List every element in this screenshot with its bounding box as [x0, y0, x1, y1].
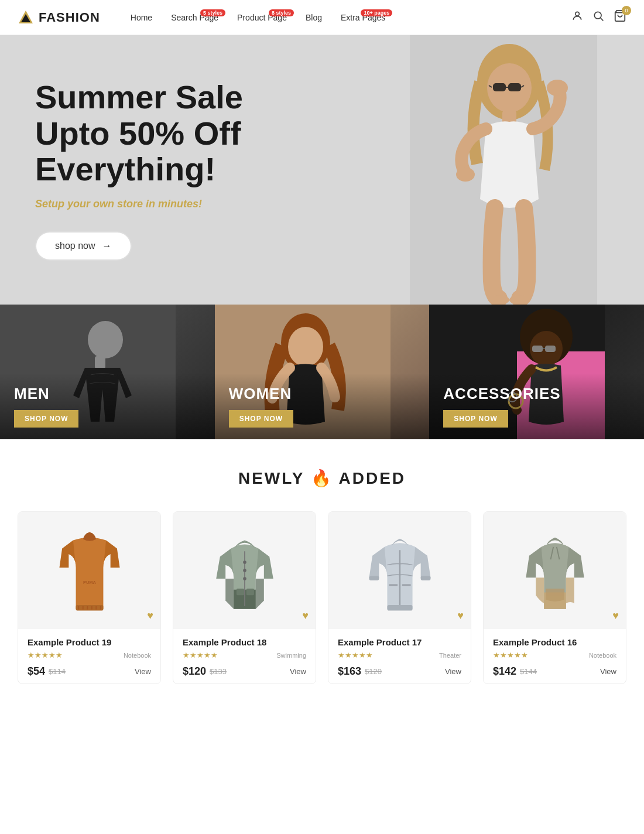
product-pricing-16: $142 $144 View	[493, 665, 616, 678]
svg-point-2	[576, 12, 580, 16]
account-icon[interactable]	[571, 10, 583, 25]
svg-point-15	[547, 80, 568, 96]
header-icons: 0	[571, 9, 626, 25]
nav-extra-pages[interactable]: Extra Pages 10+ pages	[334, 8, 392, 27]
women-title: WOMEN	[229, 385, 416, 403]
product-heart-18[interactable]: ♥	[302, 610, 309, 622]
product-heart-17[interactable]: ♥	[457, 610, 464, 622]
product-price-18: $120	[183, 665, 206, 678]
product-heart-16[interactable]: ♥	[612, 610, 619, 622]
svg-rect-34	[76, 605, 103, 610]
section-title: NEWLY 🔥 ADDED	[18, 469, 626, 488]
fire-icon: 🔥	[311, 469, 333, 487]
product-price-16: $142	[493, 665, 516, 678]
nav-product-page[interactable]: Product Page 8 styles	[230, 8, 294, 27]
logo-text: FASHION	[39, 10, 100, 25]
men-overlay: MEN SHOP NOW	[0, 373, 215, 439]
product-info-19: Example Product 19 ★★★★★ Notebook $54 $1…	[18, 629, 160, 683]
product-card-17[interactable]: ♥ Example Product 17 ★★★★★ Theater $163 …	[328, 511, 471, 684]
svg-point-46	[243, 569, 246, 572]
product-view-btn-18[interactable]: View	[290, 667, 306, 676]
svg-rect-9	[493, 83, 506, 91]
svg-point-16	[456, 168, 475, 182]
category-men[interactable]: MEN SHOP NOW	[0, 305, 215, 439]
svg-rect-29	[532, 346, 543, 352]
women-overlay: WOMEN SHOP NOW	[215, 373, 430, 439]
men-shop-now-button[interactable]: SHOP NOW	[14, 410, 78, 428]
product-card-16[interactable]: ♥ Example Product 16 ★★★★★ Notebook $142…	[483, 511, 626, 684]
hero-content: Summer Sale Upto 50% Off Everything! Set…	[0, 79, 278, 261]
product-view-btn-19[interactable]: View	[135, 667, 151, 676]
product-image-19: PUMA ♥	[18, 512, 160, 629]
product-category-19: Notebook	[124, 652, 151, 659]
svg-rect-10	[508, 83, 521, 91]
logo-icon	[18, 9, 34, 26]
cart-icon[interactable]: 0	[614, 9, 626, 25]
svg-rect-42	[236, 589, 244, 595]
women-shop-now-button[interactable]: SHOP NOW	[229, 410, 293, 428]
hero-model-image	[410, 35, 597, 305]
product-view-btn-17[interactable]: View	[445, 667, 461, 676]
search-page-badge: 5 styles	[200, 9, 225, 16]
product-heart-19[interactable]: ♥	[147, 610, 153, 622]
nav-blog[interactable]: Blog	[299, 8, 329, 27]
svg-line-4	[601, 18, 604, 21]
men-title: MEN	[14, 385, 201, 403]
categories-section: MEN SHOP NOW WOMEN SHOP NOW	[0, 305, 644, 439]
product-image-17: ♥	[328, 512, 471, 629]
svg-point-18	[509, 295, 530, 305]
product-stars-16: ★★★★★	[493, 651, 528, 659]
svg-rect-52	[420, 576, 430, 580]
extra-pages-badge: 10+ pages	[361, 9, 392, 16]
product-stars-17: ★★★★★	[338, 651, 373, 659]
product-stars-18: ★★★★★	[183, 651, 218, 659]
product-price-19: $54	[28, 665, 45, 678]
svg-rect-53	[387, 605, 412, 610]
accessories-overlay: ACCESSORIES SHOP NOW	[429, 373, 644, 439]
product-category-16: Notebook	[589, 652, 616, 659]
product-name-18: Example Product 18	[183, 637, 306, 647]
product-category-17: Theater	[439, 652, 461, 659]
product-info-16: Example Product 16 ★★★★★ Notebook $142 $…	[484, 629, 626, 683]
main-nav: Home Search Page 5 styles Product Page 8…	[124, 8, 571, 27]
product-view-btn-16[interactable]: View	[600, 667, 616, 676]
product-price-17: $163	[338, 665, 361, 678]
svg-point-20	[88, 321, 123, 358]
product-old-price-18: $133	[210, 667, 227, 676]
product-name-17: Example Product 17	[338, 637, 461, 647]
product-stars-19: ★★★★★	[28, 651, 63, 659]
svg-point-3	[594, 12, 601, 19]
product-pricing-17: $163 $120 View	[338, 665, 461, 678]
product-image-18: ♥	[173, 512, 316, 629]
product-old-price-19: $114	[49, 667, 66, 676]
product-category-18: Swimming	[276, 652, 306, 659]
svg-rect-51	[369, 576, 379, 580]
hero-section: Summer Sale Upto 50% Off Everything! Set…	[0, 35, 644, 305]
category-accessories[interactable]: ACCESSORIES SHOP NOW	[429, 305, 644, 439]
nav-search-page[interactable]: Search Page 5 styles	[164, 8, 225, 27]
svg-point-24	[288, 327, 323, 367]
logo[interactable]: FASHION	[18, 9, 100, 26]
product-pricing-18: $120 $133 View	[183, 665, 306, 678]
shop-now-button[interactable]: shop now →	[35, 231, 132, 261]
product-card-19[interactable]: PUMA ♥ Example Product 19 ★★★★★ Notebook…	[18, 511, 161, 684]
cart-count: 0	[622, 6, 631, 15]
search-icon[interactable]	[592, 10, 604, 25]
product-name-19: Example Product 19	[28, 637, 151, 647]
product-info-17: Example Product 17 ★★★★★ Theater $163 $1…	[328, 629, 471, 683]
product-meta-18: ★★★★★ Swimming	[183, 651, 306, 659]
product-meta-16: ★★★★★ Notebook	[493, 651, 616, 659]
product-old-price-17: $120	[365, 667, 382, 676]
svg-point-47	[243, 577, 246, 580]
accessories-title: ACCESSORIES	[443, 385, 630, 403]
newly-added-section: NEWLY 🔥 ADDED	[0, 439, 644, 707]
products-grid: PUMA ♥ Example Product 19 ★★★★★ Notebook…	[18, 511, 626, 684]
nav-home[interactable]: Home	[124, 8, 159, 27]
product-pricing-19: $54 $114 View	[28, 665, 151, 678]
product-meta-17: ★★★★★ Theater	[338, 651, 461, 659]
svg-rect-21	[95, 356, 105, 369]
product-card-18[interactable]: ♥ Example Product 18 ★★★★★ Swimming $120…	[173, 511, 316, 684]
svg-rect-30	[545, 346, 556, 352]
category-women[interactable]: WOMEN SHOP NOW	[215, 305, 430, 439]
accessories-shop-now-button[interactable]: SHOP NOW	[443, 410, 508, 428]
